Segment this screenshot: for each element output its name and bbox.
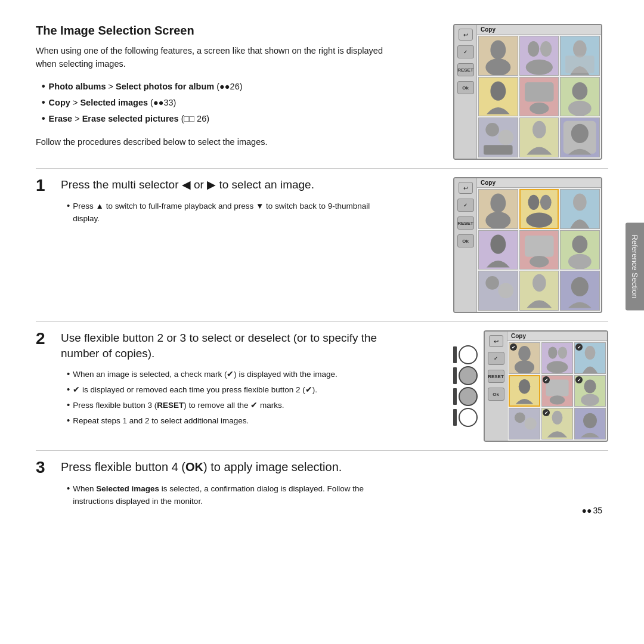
svg-point-44 <box>515 412 525 423</box>
svg-point-27 <box>572 236 588 253</box>
thumb-3 <box>560 36 600 76</box>
svg-point-1 <box>485 58 510 75</box>
step-2-bullet-3: Press flexible button 3 (RESET) to remov… <box>67 398 371 412</box>
camera-sidebar-2: ↩ ✓ RESET Ok <box>454 178 477 312</box>
svg-point-26 <box>530 256 549 267</box>
check-button-2[interactable]: ✓ <box>457 199 474 212</box>
reset-bold: RESET <box>157 401 184 410</box>
step-2-bullet-text-4: Repeat steps 1 and 2 to select additiona… <box>73 415 249 428</box>
feature-2-bold2: Selected images <box>80 98 148 107</box>
feature-3-text: Erase > Erase selected pictures (□□ 26) <box>49 112 209 126</box>
svg-rect-14 <box>484 145 512 155</box>
intro-text: When using one of the following features… <box>36 45 388 71</box>
reset-button-3[interactable]: RESET <box>488 370 504 383</box>
svg-point-38 <box>585 346 596 360</box>
svg-point-46 <box>552 411 563 425</box>
svg-point-34 <box>515 360 534 373</box>
feature-3-ref: (□□ 26) <box>181 114 209 123</box>
svg-point-39 <box>519 379 531 394</box>
step-2-bullet-2: ✔ is displayed or removed each time you … <box>67 382 371 397</box>
svg-point-42 <box>584 379 596 393</box>
feature-1-sep: > <box>109 82 116 91</box>
step-1-bullet-1: Press ▲ to switch to full-frame playback… <box>67 199 371 225</box>
thumb-4 <box>478 77 518 117</box>
fb-circle-1 <box>459 345 478 364</box>
page-num-text: 35 <box>593 506 602 515</box>
thumb-s3-4 <box>509 375 540 407</box>
thumb-s2-6 <box>560 230 600 270</box>
svg-point-29 <box>485 276 499 290</box>
step-2-bullet-4: Repeat steps 1 and 2 to select additiona… <box>67 413 371 428</box>
ok-button-3[interactable]: Ok <box>488 388 504 401</box>
step-2-bullets: When an image is selected, a check mark … <box>61 367 383 428</box>
page-num-icon: ●● <box>582 506 592 515</box>
svg-point-15 <box>532 121 546 138</box>
camera-grid-3: Copy ✔ <box>507 332 607 441</box>
step-2-bullet-1: When an image is selected, a check mark … <box>67 367 371 381</box>
fb-line-4 <box>453 409 457 426</box>
svg-point-11 <box>568 100 592 116</box>
thumb-s3-3: ✔ <box>574 342 606 374</box>
feature-3-bold2: Erase selected pictures <box>82 114 179 123</box>
thumb-s2-3 <box>560 189 600 229</box>
check-button-3[interactable]: ✓ <box>488 352 504 365</box>
fb-circle-3 <box>459 387 478 406</box>
back-button-2[interactable]: ↩ <box>459 182 473 194</box>
fb-line-1 <box>453 346 457 363</box>
reset-button-2[interactable]: RESET <box>457 216 474 230</box>
svg-point-30 <box>498 283 513 299</box>
feature-3-bold1: Erase <box>49 114 73 123</box>
step-3-bullet-1: When Selected images is selected, a conf… <box>67 481 371 508</box>
camera-grid-2: Copy <box>477 178 601 312</box>
svg-point-2 <box>528 41 539 57</box>
fb-row-3 <box>453 387 478 406</box>
svg-point-35 <box>548 346 557 358</box>
feature-2-text: Copy > Selected images (●●33) <box>49 95 177 110</box>
step-3-row: 3 Press flexible button 4 (OK) to apply … <box>36 459 608 509</box>
svg-point-32 <box>571 277 589 296</box>
ok-bold: OK <box>185 460 203 473</box>
back-button-1[interactable]: ↩ <box>459 29 473 41</box>
feature-2-sep: > <box>73 98 80 107</box>
thumb-s3-1: ✔ <box>509 342 540 374</box>
step-2-bullet-text-3: Press flexible button 3 (RESET) to remov… <box>73 400 284 412</box>
svg-point-33 <box>518 346 530 361</box>
svg-point-23 <box>573 193 587 210</box>
svg-point-24 <box>490 234 506 253</box>
copy-label-1: Copy <box>477 25 601 35</box>
svg-point-19 <box>485 212 510 228</box>
ok-button-2[interactable]: Ok <box>457 234 474 247</box>
feature-list: Photo albums > Select photos for album (… <box>36 78 441 127</box>
step-1-bullet-text: Press ▲ to switch to full-frame playback… <box>73 200 371 225</box>
check-mark-3: ✔ <box>575 343 583 351</box>
step-2-heading: Use flexible button 2 or 3 to select or … <box>61 330 383 361</box>
fb-row-4 <box>453 408 478 427</box>
step-2-number: 2 <box>36 330 54 347</box>
ok-button-1[interactable]: Ok <box>457 81 474 94</box>
thumb-s2-9 <box>560 271 600 311</box>
svg-rect-8 <box>525 82 554 101</box>
fb-line-2 <box>453 367 457 384</box>
camera-screen-1: ↩ ✓ RESET Ok Copy <box>453 24 602 160</box>
divider-2 <box>36 321 608 322</box>
reset-button-1[interactable]: RESET <box>457 63 474 76</box>
thumb-s3-5: ✔ <box>541 375 573 407</box>
step-1-heading: Press the multi selector ◀ or ▶ to selec… <box>61 177 371 193</box>
svg-point-28 <box>568 253 592 269</box>
check-button-1[interactable]: ✓ <box>457 45 474 58</box>
flex-buttons-illustration <box>453 345 478 427</box>
step-1-number: 1 <box>36 177 54 194</box>
svg-point-9 <box>530 103 549 114</box>
svg-point-47 <box>583 413 597 429</box>
camera-sidebar-1: ↩ ✓ RESET Ok <box>454 25 477 159</box>
feature-item-1: Photo albums > Select photos for album (… <box>42 78 441 94</box>
camera-screen-2: ↩ ✓ RESET Ok Copy <box>453 177 602 313</box>
svg-point-10 <box>572 82 588 100</box>
svg-point-22 <box>526 213 552 228</box>
step-3-number: 3 <box>36 459 54 476</box>
feature-1-bold2: Select photos for album <box>116 82 214 91</box>
svg-point-12 <box>485 123 499 137</box>
back-button-3[interactable]: ↩ <box>489 335 503 347</box>
divider-1 <box>36 168 608 169</box>
svg-point-36 <box>558 346 567 358</box>
